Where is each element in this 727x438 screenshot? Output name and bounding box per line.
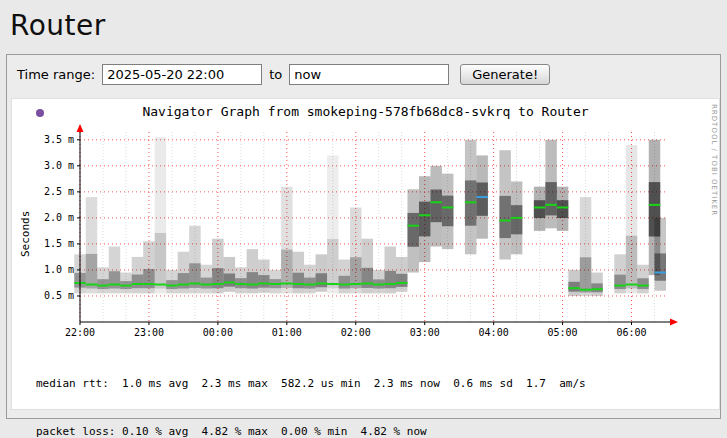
start-time-input[interactable] (102, 64, 262, 85)
svg-text:03:00: 03:00 (410, 327, 440, 338)
svg-text:01:00: 01:00 (272, 327, 302, 338)
svg-text:1.5 m: 1.5 m (44, 238, 74, 249)
svg-text:3.0 m: 3.0 m (44, 160, 74, 171)
y-axis-label: Seconds (19, 211, 32, 257)
svg-text:22:00: 22:00 (65, 327, 95, 338)
marker-dot (36, 109, 44, 117)
time-range-form: Time range: to Generate! (9, 64, 718, 85)
page-title: Router (0, 0, 727, 54)
svg-text:04:00: 04:00 (479, 327, 509, 338)
svg-text:23:00: 23:00 (134, 327, 164, 338)
svg-text:2.0 m: 2.0 m (44, 212, 74, 223)
end-time-input[interactable] (289, 64, 449, 85)
time-range-label: Time range: (17, 67, 95, 82)
content-panel: Time range: to Generate! Navigator Graph… (6, 54, 721, 419)
generate-button[interactable]: Generate! (460, 64, 550, 85)
packet-loss-line: packet loss: 0.10 % avg 4.82 % max 0.00 … (36, 424, 719, 438)
svg-text:00:00: 00:00 (203, 327, 233, 338)
svg-text:3.5 m: 3.5 m (44, 134, 74, 145)
svg-text:1.0 m: 1.0 m (44, 264, 74, 275)
smokeping-graph[interactable]: Navigator Graph from smokeping-578fb68dc… (11, 98, 720, 410)
svg-text:02:00: 02:00 (341, 327, 371, 338)
median-rtt-line: median rtt: 1.0 ms avg 2.3 ms max 582.2 … (36, 376, 719, 392)
to-label: to (269, 67, 282, 82)
rrdtool-watermark: RRDTOOL / TOBI OETIKER (710, 104, 718, 216)
svg-text:0.5 m: 0.5 m (44, 290, 74, 301)
svg-text:05:00: 05:00 (548, 327, 578, 338)
svg-text:06:00: 06:00 (616, 327, 646, 338)
svg-text:2.5 m: 2.5 m (44, 186, 74, 197)
graph-stats: median rtt: 1.0 ms avg 2.3 ms max 582.2 … (12, 344, 719, 438)
graph-title: Navigator Graph from smokeping-578fb68dc… (12, 99, 719, 122)
latency-plot[interactable]: 22:0023:0000:0001:0002:0003:0004:0005:00… (16, 122, 718, 342)
